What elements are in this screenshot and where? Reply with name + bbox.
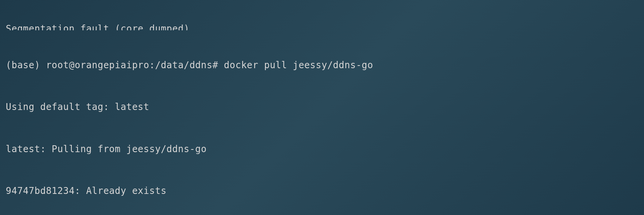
output-line: Segmentation fault (core dumped): [6, 22, 638, 30]
output-line: 94747bd81234: Already exists: [6, 184, 638, 198]
output-line: latest: Pulling from jeessy/ddns-go: [6, 142, 638, 156]
terminal-output[interactable]: Segmentation fault (core dumped) (base) …: [6, 0, 638, 215]
output-line: Using default tag: latest: [6, 100, 638, 114]
prompt-line: (base) root@orangepiaipro:/data/ddns# do…: [6, 58, 638, 72]
